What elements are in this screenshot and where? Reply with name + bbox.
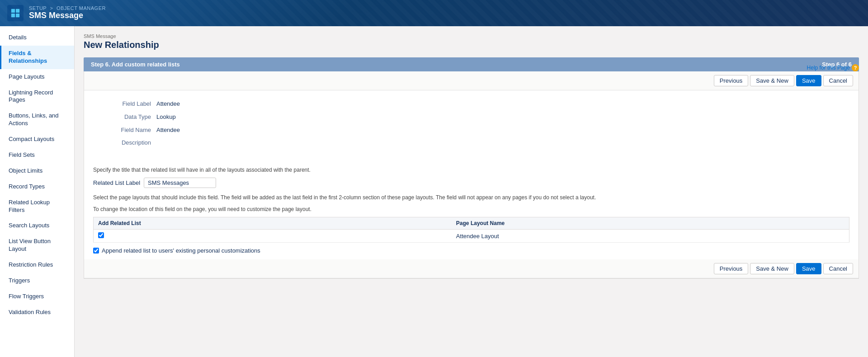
field-label-value: Attendee — [156, 99, 180, 109]
top-button-bar: Previous Save & New Save Cancel — [84, 71, 859, 90]
content-box: Previous Save & New Save Cancel Field La… — [84, 71, 859, 279]
page-container: Details Fields & Relationships Page Layo… — [0, 26, 868, 357]
save-button-top[interactable]: Save — [796, 75, 821, 86]
svg-rect-3 — [16, 14, 19, 17]
breadcrumb: SETUP > OBJECT MANAGER — [29, 5, 106, 11]
cancel-button-top[interactable]: Cancel — [823, 75, 853, 86]
sidebar-item-field-sets[interactable]: Field Sets — [0, 147, 74, 163]
description-row: Description — [93, 138, 768, 148]
sidebar-item-lightning-record-pages[interactable]: Lightning Record Pages — [0, 85, 74, 108]
col-page-layout-name: Page Layout Name — [452, 217, 849, 230]
breadcrumb-sep: > — [50, 5, 53, 11]
app-logo — [7, 5, 24, 21]
help-icon: ? — [852, 64, 859, 71]
sidebar-item-page-layouts[interactable]: Page Layouts — [0, 69, 74, 85]
field-label-row: Field Label Attendee — [93, 99, 768, 109]
svg-rect-2 — [11, 14, 15, 17]
page-parent-label: SMS Message — [84, 33, 859, 39]
sidebar-item-validation-rules[interactable]: Validation Rules — [0, 305, 74, 320]
svg-rect-0 — [11, 9, 15, 13]
data-type-label: Data Type — [93, 113, 156, 122]
step-container: Step 6. Add custom related lists Step 6 … — [84, 57, 859, 279]
save-button-bottom[interactable]: Save — [796, 263, 821, 274]
save-new-button-bottom[interactable]: Save & New — [750, 263, 794, 274]
sidebar-item-restriction-rules[interactable]: Restriction Rules — [0, 257, 74, 273]
step-label: Step 6. Add custom related lists — [91, 61, 180, 68]
sidebar-item-record-types[interactable]: Record Types — [0, 179, 74, 195]
help-link-text: Help for this Page — [807, 65, 850, 71]
data-type-row: Data Type Lookup — [93, 113, 768, 122]
bottom-button-bar: Previous Save & New Save Cancel — [84, 259, 859, 278]
sidebar-item-fields-relationships[interactable]: Fields & Relationships — [0, 46, 74, 69]
add-related-list-checkbox[interactable] — [98, 232, 104, 238]
previous-button-top[interactable]: Previous — [714, 75, 749, 86]
sidebar-item-buttons-links-actions[interactable]: Buttons, Links, and Actions — [0, 108, 74, 132]
field-name-value: Attendee — [156, 126, 180, 135]
description-label: Description — [93, 138, 156, 148]
layouts-table: Add Related List Page Layout Name Attend… — [93, 217, 849, 243]
form-section: Field Label Attendee Data Type Lookup Fi… — [84, 90, 859, 160]
sidebar-item-triggers[interactable]: Triggers — [0, 273, 74, 289]
append-label: Append related list to users' existing p… — [102, 247, 260, 254]
sidebar: Details Fields & Relationships Page Layo… — [0, 26, 75, 357]
table-header-row: Add Related List Page Layout Name — [94, 217, 849, 230]
table-row: Attendee Layout — [94, 230, 849, 243]
breadcrumb-setup[interactable]: SETUP — [29, 5, 47, 11]
sidebar-item-related-lookup-filters[interactable]: Related Lookup Filters — [0, 195, 74, 218]
save-new-button-top[interactable]: Save & New — [750, 75, 794, 86]
field-name-label: Field Name — [93, 126, 156, 135]
col-add-related-list: Add Related List — [94, 217, 452, 230]
breadcrumb-object-manager[interactable]: OBJECT MANAGER — [57, 5, 106, 11]
step-header: Step 6. Add custom related lists Step 6 … — [84, 57, 859, 71]
instruction1: Specify the title that the related list … — [93, 166, 849, 174]
page-title: New Relationship — [84, 40, 859, 50]
related-list-label-row: Related List Label — [93, 178, 849, 188]
append-checkbox-row: Append related list to users' existing p… — [93, 247, 849, 254]
cancel-button-bottom[interactable]: Cancel — [823, 263, 853, 274]
sidebar-item-flow-triggers[interactable]: Flow Triggers — [0, 289, 74, 305]
sidebar-item-compact-layouts[interactable]: Compact Layouts — [0, 132, 74, 147]
sidebar-item-object-limits[interactable]: Object Limits — [0, 163, 74, 179]
sidebar-item-list-view-button-layout[interactable]: List View Button Layout — [0, 234, 74, 257]
previous-button-bottom[interactable]: Previous — [714, 263, 749, 274]
instruction2: Select the page layouts that should incl… — [93, 193, 849, 202]
page-layout-name-cell: Attendee Layout — [452, 230, 849, 243]
svg-rect-1 — [16, 9, 19, 13]
sidebar-item-details[interactable]: Details — [0, 30, 74, 46]
related-list-section: Specify the title that the related list … — [84, 160, 859, 259]
field-name-row: Field Name Attendee — [93, 126, 768, 135]
help-link[interactable]: Help for this Page ? — [807, 64, 859, 71]
related-list-label-text: Related List Label — [93, 179, 140, 186]
top-header: SETUP > OBJECT MANAGER SMS Message — [0, 0, 868, 26]
header-app-title: SMS Message — [29, 11, 106, 21]
data-type-value: Lookup — [156, 113, 176, 122]
append-checkbox[interactable] — [93, 248, 99, 254]
header-title-group: SETUP > OBJECT MANAGER SMS Message — [29, 5, 106, 21]
instruction3: To change the location of this field on … — [93, 205, 849, 213]
main-content: SMS Message New Relationship Help for th… — [75, 26, 868, 357]
add-related-list-checkbox-cell — [94, 230, 452, 243]
related-list-input[interactable] — [144, 178, 216, 188]
field-label-label: Field Label — [93, 99, 156, 109]
sidebar-item-search-layouts[interactable]: Search Layouts — [0, 218, 74, 234]
